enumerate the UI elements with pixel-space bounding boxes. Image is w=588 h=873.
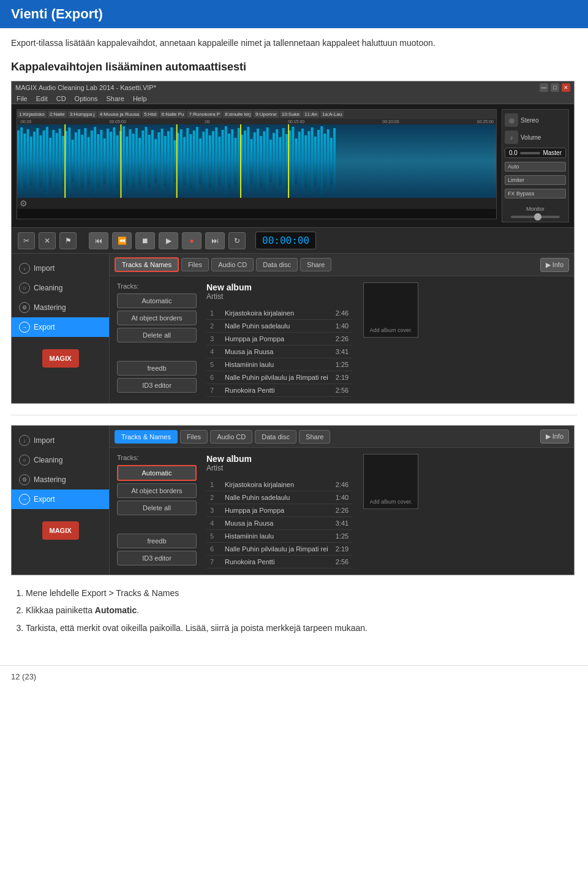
svg-rect-87 [295, 138, 298, 184]
album-cover-2[interactable]: Add album cover. [363, 454, 418, 509]
album-title-2: New album [206, 454, 352, 464]
steps-section: Mene lehdelle Export > Tracks & Names Kl… [11, 586, 577, 635]
table-row[interactable]: 3 Humppa ja Pomppa 2:26 [206, 333, 352, 346]
tab2-share[interactable]: Share [299, 430, 330, 444]
maximize-button[interactable]: □ [551, 83, 559, 92]
delete-all-button[interactable]: Delete all [117, 328, 197, 342]
menu-options[interactable]: Options [75, 95, 98, 102]
svg-rect-53 [186, 128, 189, 194]
volume-row: ♪ Volume [505, 130, 566, 144]
tab-audio-cd[interactable]: Audio CD [211, 258, 254, 271]
album-cover[interactable]: Add album cover. [363, 282, 418, 338]
waveform-bottom: ⚙ [17, 198, 496, 209]
auto-button[interactable]: Auto [505, 162, 566, 172]
nav-cleaning[interactable]: ○ Cleaning [12, 278, 109, 298]
minimize-button[interactable]: — [540, 83, 548, 92]
tabs-bar: Tracks & Names Files Audio CD Data disc … [110, 254, 574, 276]
table-row[interactable]: 4 Muusa ja Ruusa 3:41 [206, 517, 352, 530]
freedb-button-2[interactable]: freedb [117, 534, 197, 548]
svg-rect-20 [81, 135, 83, 187]
menu-file[interactable]: File [17, 95, 28, 102]
id3-editor-button-2[interactable]: ID3 editor [117, 551, 197, 565]
limiter-button[interactable]: Limiter [505, 175, 566, 185]
table-row[interactable]: 2 Nalle Puhin sadelaulu 1:40 [206, 320, 352, 333]
monitor-knob[interactable] [534, 213, 541, 221]
time-ruler: :00:00 00:05:00 :00 00:15:00 00:20:00 00… [17, 119, 496, 124]
track-num: 4 [206, 346, 221, 358]
nav-import[interactable]: ↓ Import [12, 259, 109, 278]
table-row[interactable]: 1 Kirjastokoira kirjalainen 2:46 [206, 478, 352, 491]
table-row[interactable]: 3 Humppa ja Pomppa 2:26 [206, 504, 352, 517]
table-row[interactable]: 4 Muusa ja Ruusa 3:41 [206, 346, 352, 358]
waveform-panel: 1:Kirjastoko 2:Nalie 3:Humppa j 4:Muusa … [17, 109, 497, 219]
main-panel-2: ↓ Import ○ Cleaning ⚙ Mastering → Export… [12, 426, 574, 575]
waveform-canvas[interactable] [17, 124, 496, 198]
at-object-borders-button[interactable]: At object borders [117, 311, 197, 325]
menu-edit[interactable]: Edit [36, 95, 48, 102]
automatic-button[interactable]: Automatic [117, 293, 197, 308]
svg-rect-3 [27, 129, 29, 193]
svg-rect-4 [30, 137, 32, 186]
at-object-borders-button-2[interactable]: At object borders [117, 483, 197, 498]
nav-export[interactable]: → Export [12, 317, 109, 337]
info-button[interactable]: ▶ Info [540, 258, 569, 272]
delete-button[interactable]: ✕ [39, 232, 56, 249]
table-row[interactable]: 7 Runokoira Pentti 2:56 [206, 556, 352, 569]
svg-rect-90 [304, 135, 307, 187]
close-button[interactable]: ✕ [562, 83, 570, 92]
fx-bypass-button[interactable]: FX Bypass [505, 189, 566, 198]
id3-editor-button[interactable]: ID3 editor [117, 378, 197, 393]
tab-share[interactable]: Share [300, 258, 331, 271]
step-1: Mene lehdelle Export > Tracks & Names [26, 586, 577, 600]
flag-button[interactable]: ⚑ [59, 232, 77, 249]
table-row[interactable]: 7 Runokoira Pentti 2:56 [206, 384, 352, 397]
nav2-import-label: Import [34, 436, 55, 445]
scissors-button[interactable]: ✂ [18, 232, 35, 249]
delete-all-button-2[interactable]: Delete all [117, 501, 197, 515]
menu-cd[interactable]: CD [56, 95, 66, 102]
tab-tracks-names[interactable]: Tracks & Names [115, 257, 179, 272]
svg-rect-29 [110, 132, 112, 191]
master-slider[interactable] [520, 152, 541, 154]
stop-button[interactable]: ⏹ [135, 232, 155, 249]
table-row[interactable]: 5 Histamiinin laulu 1:25 [206, 530, 352, 543]
nav-mastering[interactable]: ⚙ Mastering [12, 298, 109, 317]
table-row[interactable]: 6 Nalle Puhin pilvilaulu ja Rimpati rei … [206, 543, 352, 556]
prev-button[interactable]: ⏪ [112, 232, 132, 249]
menu-help[interactable]: Help [133, 95, 147, 102]
table-row[interactable]: 1 Kirjastokoira kirjalainen 2:46 [206, 307, 352, 320]
table-row[interactable]: 5 Histamiinin laulu 1:25 [206, 358, 352, 371]
tab2-files[interactable]: Files [180, 430, 208, 444]
track-label-5: 5:Hist [142, 111, 158, 118]
automatic-button-2[interactable]: Automatic [117, 465, 197, 481]
nav2-mastering[interactable]: ⚙ Mastering [12, 470, 109, 489]
menu-share[interactable]: Share [107, 95, 124, 102]
nav2-export[interactable]: → Export [12, 489, 109, 509]
monitor-slider[interactable] [511, 216, 560, 218]
master-control[interactable]: 0.0 Master [505, 148, 566, 158]
skip-start-button[interactable]: ⏮ [89, 232, 108, 249]
info-button-2[interactable]: ▶ Info [540, 429, 569, 444]
skip-end-button[interactable]: ⏭ [205, 232, 225, 249]
record-button[interactable]: ● [182, 232, 202, 249]
window-controls: — □ ✕ [540, 83, 570, 92]
tab-data-disc[interactable]: Data disc [256, 258, 298, 271]
track-num: 5 [206, 358, 221, 371]
volume-icon: ♪ [505, 130, 518, 144]
track-name: Runokoira Pentti [221, 556, 332, 569]
stereo-row: ◎ Stereo [505, 113, 566, 127]
nav2-cleaning[interactable]: ○ Cleaning [12, 450, 109, 470]
play-button[interactable]: ▶ [159, 232, 178, 249]
time-15: 00:15:00 [288, 119, 304, 124]
loop-button[interactable]: ↻ [228, 232, 246, 249]
svg-rect-40 [145, 127, 148, 195]
tab2-tracks-names[interactable]: Tracks & Names [115, 430, 178, 444]
table-row[interactable]: 6 Nalle Puhin pilvilaulu ja Rimpati rei … [206, 371, 352, 384]
nav2-import[interactable]: ↓ Import [12, 431, 109, 450]
tab2-audio-cd[interactable]: Audio CD [210, 430, 252, 444]
freedb-button[interactable]: freedb [117, 361, 197, 376]
tab-files[interactable]: Files [181, 258, 209, 271]
tab2-data-disc[interactable]: Data disc [255, 430, 296, 444]
svg-rect-68 [235, 138, 237, 184]
table-row[interactable]: 2 Nalle Puhin sadelaulu 1:40 [206, 491, 352, 504]
